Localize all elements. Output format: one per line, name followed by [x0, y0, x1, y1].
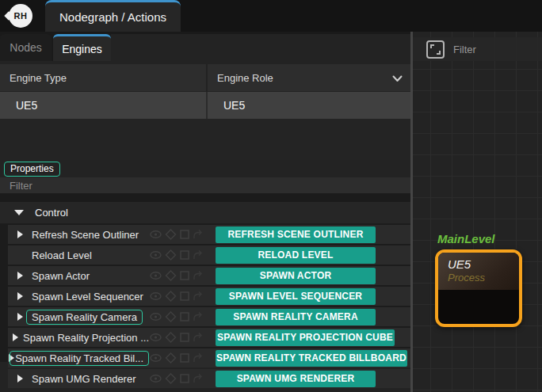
section-label: Control [35, 207, 68, 219]
node-header: UE5 Process [438, 253, 519, 290]
tab-engines[interactable]: Engines [53, 34, 111, 61]
action-row[interactable]: Spawn UMG Renderer SPAWN UMG RENDERER [8, 369, 410, 388]
app-logo[interactable]: RH [9, 4, 32, 28]
visibility-icon[interactable] [149, 270, 162, 281]
diamond-icon[interactable] [165, 373, 177, 384]
properties-filter-input[interactable]: Filter [0, 177, 410, 193]
action-button[interactable]: RELOAD LEVEL [216, 247, 376, 264]
diamond-icon[interactable] [165, 311, 177, 322]
visibility-icon[interactable] [149, 229, 162, 240]
visibility-icon[interactable] [149, 332, 162, 343]
empty-area [0, 119, 410, 160]
graph-filter-input[interactable]: Filter [453, 44, 476, 55]
expand-arrow-icon[interactable] [17, 272, 23, 280]
app-window: RH Nodegraph / Actions Nodes Engines Eng… [0, 0, 542, 392]
jump-arrow-icon[interactable] [193, 229, 204, 240]
square-icon[interactable] [179, 373, 190, 384]
ue5-process-node[interactable]: UE5 Process [435, 249, 522, 327]
node-group-label: MainLevel [437, 232, 495, 245]
visibility-icon[interactable] [149, 311, 162, 322]
main-content: Nodes Engines Engine Type Engine Role UE… [0, 32, 542, 392]
engine-role-cell: UE5 [206, 92, 410, 119]
square-icon[interactable] [179, 270, 190, 281]
visibility-icon[interactable] [149, 249, 162, 261]
action-button[interactable]: SPAWN ACTOR [216, 268, 376, 284]
square-icon[interactable] [179, 352, 190, 363]
fit-view-icon[interactable] [426, 40, 445, 59]
action-button[interactable]: SPAWN LEVEL SEQUENCER [216, 288, 376, 305]
diamond-icon[interactable] [165, 291, 177, 302]
expand-arrow-icon[interactable] [17, 313, 23, 321]
square-icon[interactable] [179, 249, 190, 261]
tab-nodegraph-actions[interactable]: Nodegraph / Actions [45, 0, 181, 32]
action-row-label: Spawn Level Sequencer [32, 291, 143, 303]
engine-table-row[interactable]: UE5 UE5 [0, 92, 410, 119]
diamond-icon[interactable] [165, 352, 177, 363]
action-row-label: Spawn Reality Tracked Bil... [10, 351, 149, 366]
jump-arrow-icon[interactable] [193, 311, 204, 322]
graph-filter-bar: Filter [413, 37, 542, 61]
jump-arrow-icon[interactable] [193, 270, 204, 281]
collapse-arrow-icon[interactable] [14, 210, 24, 215]
action-button[interactable]: SPAWN REALITY TRACKED BILLBOARD [216, 350, 407, 367]
visibility-icon[interactable] [149, 291, 162, 302]
jump-arrow-icon[interactable] [193, 332, 204, 343]
node-title: UE5 [448, 257, 519, 271]
diamond-icon[interactable] [165, 229, 177, 240]
action-row[interactable]: Spawn Reality Projection ... SPAWN REAL [8, 328, 410, 347]
action-button[interactable]: SPAWN REALITY PROJECTION CUBE [216, 329, 395, 346]
properties-row: Properties [0, 160, 410, 177]
column-engine-role[interactable]: Engine Role [206, 64, 410, 91]
action-row[interactable]: Reload Level RELOAD LEVEL [8, 245, 410, 265]
nodegraph-canvas[interactable]: Filter MainLevel UE5 Process [413, 32, 542, 392]
jump-arrow-icon[interactable] [193, 249, 204, 261]
action-row[interactable]: Spawn Reality Tracked Bil... SPAWN REAL [8, 348, 410, 367]
diamond-icon[interactable] [165, 249, 177, 261]
expand-arrow-icon[interactable] [17, 375, 23, 382]
action-row-label: Spawn Reality Camera [26, 310, 143, 325]
diamond-icon[interactable] [165, 332, 177, 343]
top-bar: RH Nodegraph / Actions [0, 0, 542, 32]
expand-arrow-icon[interactable] [17, 292, 23, 300]
column-engine-type[interactable]: Engine Type [0, 64, 206, 91]
expand-arrow-icon[interactable] [17, 230, 23, 238]
panel-tabs: Nodes Engines [0, 32, 410, 61]
action-row-label: Reload Level [32, 249, 92, 261]
action-row-label: Spawn Actor [32, 270, 90, 282]
left-panel: Nodes Engines Engine Type Engine Role UE… [0, 32, 410, 392]
section-control[interactable]: Control [0, 202, 410, 223]
visibility-icon[interactable] [149, 373, 162, 384]
node-subtitle: Process [448, 272, 519, 284]
engine-type-cell: UE5 [0, 92, 206, 119]
divider [0, 193, 410, 202]
jump-arrow-icon[interactable] [193, 352, 204, 363]
action-button[interactable]: REFRESH SCENE OUTLINER [216, 226, 376, 243]
engine-table-header: Engine Type Engine Role [0, 64, 410, 91]
action-row[interactable]: Refresh Scene Outliner REFRESH SCENE OU [8, 225, 410, 244]
action-row[interactable]: Spawn Level Sequencer SPAWN LEVEL SEQUE [8, 287, 410, 306]
jump-arrow-icon[interactable] [193, 373, 204, 384]
square-icon[interactable] [179, 291, 190, 302]
action-row-label: Spawn UMG Renderer [32, 373, 136, 385]
action-button[interactable]: SPAWN REALITY CAMERA [216, 309, 376, 325]
expand-arrow-icon[interactable] [13, 333, 18, 341]
diamond-icon[interactable] [165, 270, 177, 281]
jump-arrow-icon[interactable] [193, 291, 204, 302]
properties-button[interactable]: Properties [4, 162, 60, 177]
action-button[interactable]: SPAWN UMG RENDERER [216, 371, 376, 387]
tab-nodes[interactable]: Nodes [0, 34, 52, 61]
visibility-icon[interactable] [149, 352, 162, 363]
engine-table: Engine Type Engine Role UE5 UE5 [0, 64, 410, 119]
square-icon[interactable] [179, 311, 190, 322]
action-row-label: Spawn Reality Projection ... [23, 332, 149, 344]
action-row[interactable]: Spawn Actor SPAWN ACTOR [8, 266, 410, 285]
action-row[interactable]: Spawn Reality Camera SPAWN REALITY CAME [8, 307, 410, 326]
square-icon[interactable] [179, 229, 190, 240]
chevron-down-icon[interactable] [392, 73, 403, 85]
action-rows: Refresh Scene Outliner REFRESH SCENE OU [0, 223, 410, 362]
action-row-label: Refresh Scene Outliner [32, 229, 139, 241]
square-icon[interactable] [179, 332, 190, 343]
